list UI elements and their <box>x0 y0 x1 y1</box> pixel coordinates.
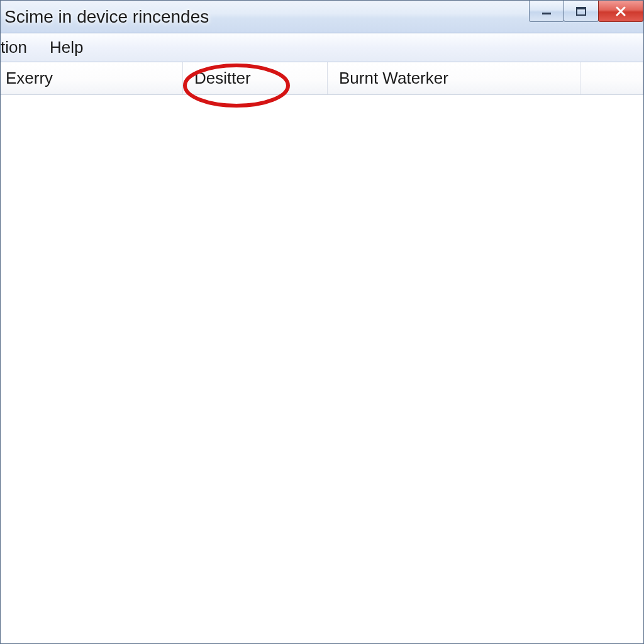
close-icon <box>614 6 627 16</box>
window-title: Scime in device rincendes <box>4 7 209 27</box>
menu-item-label: Help <box>50 38 83 57</box>
menu-item-help[interactable]: Help <box>38 35 94 60</box>
menu-item-tion[interactable]: tion <box>1 35 38 60</box>
column-header-exerry[interactable]: Exerry <box>1 62 183 94</box>
titlebar[interactable]: Scime in device rincendes <box>1 1 643 33</box>
svg-rect-0 <box>542 13 551 14</box>
column-header-desitter[interactable]: Desitter <box>183 62 328 94</box>
list-content-area[interactable] <box>1 95 643 643</box>
menu-item-label: tion <box>1 38 27 57</box>
window-caption-buttons <box>530 1 643 22</box>
svg-rect-2 <box>577 8 586 9</box>
menu-bar: tion Help <box>1 33 643 62</box>
close-button[interactable] <box>598 1 643 22</box>
maximize-icon <box>575 7 587 16</box>
column-header-label: Exerry <box>6 69 53 88</box>
minimize-button[interactable] <box>529 1 564 22</box>
column-header-label: Burnt Waterker <box>339 69 448 88</box>
minimize-icon <box>541 7 552 16</box>
column-header-label: Desitter <box>194 69 251 88</box>
maximize-button[interactable] <box>564 1 599 22</box>
app-window: Scime in device rincendes tion <box>0 0 644 644</box>
column-header-burnt-waterker[interactable]: Burnt Waterker <box>328 62 580 94</box>
column-header-row: Exerry Desitter Burnt Waterker <box>1 62 643 95</box>
column-header-extra[interactable] <box>580 62 643 94</box>
